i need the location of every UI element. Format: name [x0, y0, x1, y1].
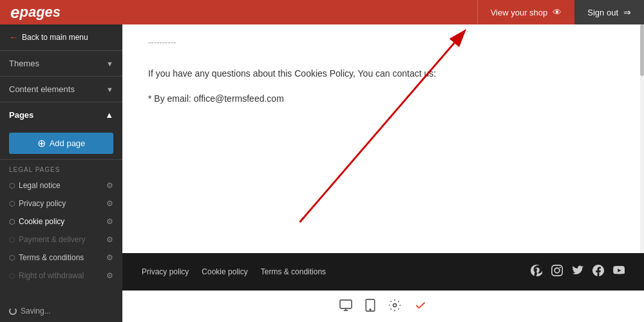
terms-conditions-link[interactable]: ⬡ Terms & conditions ⚙	[0, 249, 122, 267]
content-elements-section: Content elements ▼	[0, 77, 122, 102]
right-of-withdrawal-label: Right of withdrawal	[19, 271, 84, 280]
logo-text: e	[10, 3, 19, 23]
gear-icon-cookie[interactable]: ⚙	[106, 217, 113, 226]
pages-header[interactable]: Pages ▲	[0, 102, 122, 128]
red-arrow-annotation	[122, 24, 644, 253]
footer-links: Privacy policy Cookie policy Terms & con…	[142, 267, 326, 276]
right-of-withdrawal-link[interactable]: ⬡ Right of withdrawal ⚙	[0, 267, 122, 285]
page-icon-terms: ⬡	[9, 254, 15, 262]
pages-chevron-icon: ▲	[105, 110, 113, 120]
gear-icon-withdrawal[interactable]: ⚙	[106, 271, 113, 280]
scrollbar-thumb[interactable]	[640, 24, 644, 76]
page-email: * By email: office@termsfeed.com	[148, 93, 618, 104]
footer-socials	[531, 265, 625, 279]
add-page-button[interactable]: ⊕ Add page	[9, 133, 113, 154]
content-elements-chevron-icon: ▼	[106, 86, 113, 93]
terms-conditions-label: Terms & conditions	[19, 253, 84, 262]
pages-label: Pages	[9, 110, 33, 120]
themes-chevron-icon: ▼	[106, 60, 113, 68]
bottom-toolbar	[122, 290, 644, 322]
arrow-left-icon: ←	[9, 32, 18, 43]
privacy-policy-link[interactable]: ⬡ Privacy policy ⚙	[0, 194, 122, 213]
payment-delivery-link[interactable]: ⬡ Payment & delivery ⚙	[0, 231, 122, 249]
themes-label: Themes	[9, 59, 39, 68]
youtube-icon[interactable]	[613, 265, 625, 279]
page-icon-withdrawal: ⬡	[9, 272, 15, 280]
saving-spinner-icon	[9, 307, 17, 315]
monitor-view-icon[interactable]	[337, 297, 355, 316]
cookie-policy-link[interactable]: ⬡ Cookie policy ⚙	[0, 213, 122, 231]
footer-cookie-link[interactable]: Cookie policy	[202, 267, 247, 276]
legal-notice-link[interactable]: ⬡ Legal notice ⚙	[0, 176, 122, 194]
page-icon-privacy: ⬡	[9, 200, 15, 208]
save-check-icon[interactable]	[412, 296, 430, 317]
page-paragraph: If you have any questions about this Coo…	[148, 66, 618, 80]
tablet-view-icon[interactable]	[363, 296, 378, 317]
themes-section: Themes ▼	[0, 51, 122, 77]
gear-icon-terms[interactable]: ⚙	[106, 253, 113, 262]
saving-indicator: Saving...	[0, 300, 122, 322]
page-footer: Privacy policy Cookie policy Terms & con…	[122, 253, 644, 290]
page-icon-cookie: ⬡	[9, 218, 15, 226]
view-shop-label: View your shop	[491, 8, 548, 17]
sign-out-label: Sign out	[587, 8, 618, 17]
scrollbar-track[interactable]	[640, 24, 644, 253]
pinterest-icon[interactable]	[531, 265, 542, 279]
content-elements-label: Content elements	[9, 84, 75, 94]
page-dashes: ----------	[148, 37, 618, 47]
twitter-icon[interactable]	[572, 265, 583, 279]
svg-point-6	[370, 309, 371, 310]
footer-privacy-link[interactable]: Privacy policy	[142, 267, 189, 276]
page-icon-payment: ⬡	[9, 236, 15, 244]
add-icon: ⊕	[37, 137, 46, 149]
pages-section: Pages ▲ ⊕ Add page	[0, 102, 122, 160]
payment-delivery-label: Payment & delivery	[19, 235, 85, 244]
cookie-policy-label: Cookie policy	[19, 217, 64, 226]
sign-out-button[interactable]: Sign out ⇒	[574, 0, 644, 24]
back-to-main-menu[interactable]: ← Back to main menu	[0, 24, 122, 51]
eye-icon: 👁	[553, 7, 562, 17]
themes-item[interactable]: Themes ▼	[0, 51, 122, 76]
facebook-icon[interactable]	[592, 265, 604, 279]
gear-icon-payment[interactable]: ⚙	[106, 235, 113, 244]
sidebar: ← Back to main menu Themes ▼ Content ele…	[0, 24, 122, 322]
settings-icon[interactable]	[386, 296, 404, 317]
back-label: Back to main menu	[22, 33, 88, 42]
page-icon: ⬡	[9, 182, 15, 190]
privacy-policy-label: Privacy policy	[19, 199, 66, 208]
content-elements-item[interactable]: Content elements ▼	[0, 77, 122, 102]
footer-terms-link[interactable]: Terms & conditions	[261, 267, 326, 276]
top-header: e pages View your shop 👁 Sign out ⇒	[0, 0, 644, 24]
gear-icon-legal[interactable]: ⚙	[106, 181, 113, 190]
signout-arrow-icon: ⇒	[623, 7, 631, 17]
svg-point-7	[393, 304, 397, 307]
legal-pages-section: LEGAL PAGES ⬡ Legal notice ⚙ ⬡ Privacy p…	[0, 160, 122, 285]
content-area: ---------- If you have any questions abo…	[122, 24, 644, 322]
logo-area: e pages	[0, 0, 477, 24]
legal-notice-label: Legal notice	[19, 181, 61, 190]
legal-pages-label: LEGAL PAGES	[0, 160, 122, 176]
saving-label: Saving...	[21, 307, 51, 316]
gear-icon-privacy[interactable]: ⚙	[106, 199, 113, 208]
logo-text-pages: pages	[19, 4, 61, 21]
instagram-icon[interactable]	[551, 265, 563, 279]
add-page-label: Add page	[50, 138, 86, 148]
view-shop-button[interactable]: View your shop 👁	[477, 0, 575, 24]
main-layout: ← Back to main menu Themes ▼ Content ele…	[0, 24, 644, 322]
svg-rect-2	[340, 300, 352, 308]
page-content: ---------- If you have any questions abo…	[122, 24, 644, 253]
